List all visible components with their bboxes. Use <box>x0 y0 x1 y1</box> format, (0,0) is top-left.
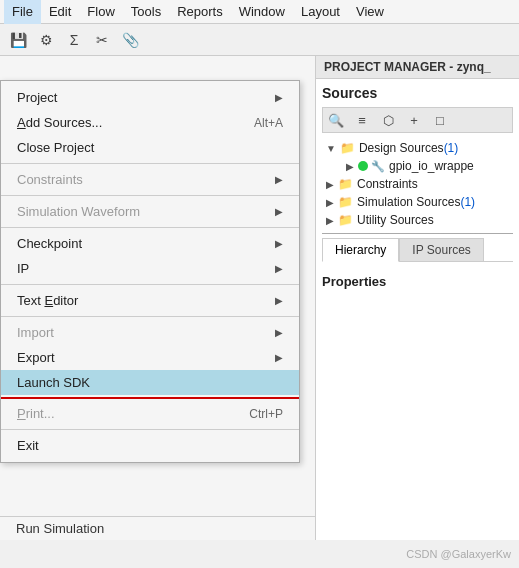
left-panel: Project ▶ Add Sources... Alt+A Close Pro… <box>0 56 315 540</box>
arrow-right-icon: ▶ <box>275 327 283 338</box>
save-button[interactable]: 💾 <box>6 29 30 51</box>
separator-3 <box>1 227 299 228</box>
folder-icon: 📁 <box>338 177 353 191</box>
folder-icon: 📁 <box>338 195 353 209</box>
menu-add-sources[interactable]: Add Sources... Alt+A <box>1 110 299 135</box>
separator-5 <box>1 316 299 317</box>
menu-reports[interactable]: Reports <box>169 0 231 24</box>
attach-button[interactable]: 📎 <box>118 29 142 51</box>
collapse-btn[interactable]: ≡ <box>351 110 373 130</box>
separator-4 <box>1 284 299 285</box>
sources-toolbar: 🔍 ≡ ⬡ + □ <box>322 107 513 133</box>
menu-window[interactable]: Window <box>231 0 293 24</box>
sources-panel: Sources 🔍 ≡ ⬡ + □ ▼ 📁 Design Sources (1)… <box>316 79 519 268</box>
menu-checkpoint[interactable]: Checkpoint ▶ <box>1 231 299 256</box>
watermark: CSDN @GalaxyerKw <box>406 548 511 560</box>
properties-title: Properties <box>322 274 513 289</box>
menu-export[interactable]: Export ▶ <box>1 345 299 370</box>
expand-arrow-icon: ▶ <box>326 197 334 208</box>
utility-sources-row[interactable]: ▶ 📁 Utility Sources <box>322 211 513 229</box>
cut-button[interactable]: ✂ <box>90 29 114 51</box>
options-btn[interactable]: □ <box>429 110 451 130</box>
separator-1 <box>1 163 299 164</box>
menu-print: Print... Ctrl+P <box>1 401 299 426</box>
tab-hierarchy[interactable]: Hierarchy <box>322 238 399 262</box>
expand-arrow-icon: ▶ <box>326 179 334 190</box>
arrow-right-icon: ▶ <box>275 206 283 217</box>
menu-flow[interactable]: Flow <box>79 0 122 24</box>
menu-layout[interactable]: Layout <box>293 0 348 24</box>
simulation-sources-row[interactable]: ▶ 📁 Simulation Sources (1) <box>322 193 513 211</box>
arrow-right-icon: ▶ <box>275 352 283 363</box>
arrow-right-icon: ▶ <box>275 263 283 274</box>
menu-simulation-waveform: Simulation Waveform ▶ <box>1 199 299 224</box>
tab-ip-sources[interactable]: IP Sources <box>399 238 483 261</box>
expand-arrow-icon: ▶ <box>326 215 334 226</box>
green-dot-icon <box>358 161 368 171</box>
separator-6 <box>1 429 299 430</box>
menu-text-editor[interactable]: Text Editor ▶ <box>1 288 299 313</box>
menu-constraints: Constraints ▶ <box>1 167 299 192</box>
menu-edit[interactable]: Edit <box>41 0 79 24</box>
expand-arrow-icon: ▼ <box>326 143 336 154</box>
bottom-bar: Run Simulation <box>0 516 315 540</box>
folder-icon: 📁 <box>338 213 353 227</box>
toolbar: 💾 ⚙ Σ ✂ 📎 <box>0 24 519 56</box>
sigma-button[interactable]: Σ <box>62 29 86 51</box>
red-separator <box>1 397 299 399</box>
menu-launch-sdk[interactable]: Launch SDK <box>1 370 299 395</box>
sources-title: Sources <box>322 85 513 101</box>
design-sources-row[interactable]: ▼ 📁 Design Sources (1) <box>322 139 513 157</box>
file-icon: 🔧 <box>371 160 385 173</box>
right-panel: PROJECT MANAGER - zynq_ Sources 🔍 ≡ ⬡ + … <box>315 56 519 540</box>
project-manager-header: PROJECT MANAGER - zynq_ <box>316 56 519 79</box>
folder-icon: 📁 <box>340 141 355 155</box>
menu-ip[interactable]: IP ▶ <box>1 256 299 281</box>
menu-exit[interactable]: Exit <box>1 433 299 458</box>
properties-section: Properties <box>316 268 519 299</box>
arrow-right-icon: ▶ <box>275 174 283 185</box>
tab-bar: Hierarchy IP Sources <box>322 238 513 262</box>
menu-tools[interactable]: Tools <box>123 0 169 24</box>
menu-file[interactable]: File <box>4 0 41 24</box>
sources-divider <box>322 233 513 234</box>
menu-bar: File Edit Flow Tools Reports Window Layo… <box>0 0 519 24</box>
menu-close-project[interactable]: Close Project <box>1 135 299 160</box>
gear-button[interactable]: ⚙ <box>34 29 58 51</box>
main-content: Project ▶ Add Sources... Alt+A Close Pro… <box>0 56 519 540</box>
arrow-right-icon: ▶ <box>275 295 283 306</box>
menu-view[interactable]: View <box>348 0 392 24</box>
file-dropdown-menu: Project ▶ Add Sources... Alt+A Close Pro… <box>0 80 300 463</box>
constraints-row[interactable]: ▶ 📁 Constraints <box>322 175 513 193</box>
separator-2 <box>1 195 299 196</box>
arrow-right-icon: ▶ <box>275 238 283 249</box>
expand-arrow-icon: ▶ <box>346 161 354 172</box>
expand-btn[interactable]: ⬡ <box>377 110 399 130</box>
menu-import: Import ▶ <box>1 320 299 345</box>
search-sources-btn[interactable]: 🔍 <box>325 110 347 130</box>
menu-project[interactable]: Project ▶ <box>1 85 299 110</box>
arrow-right-icon: ▶ <box>275 92 283 103</box>
gpio-file-row[interactable]: ▶ 🔧 gpio_io_wrappe <box>322 157 513 175</box>
add-source-btn[interactable]: + <box>403 110 425 130</box>
